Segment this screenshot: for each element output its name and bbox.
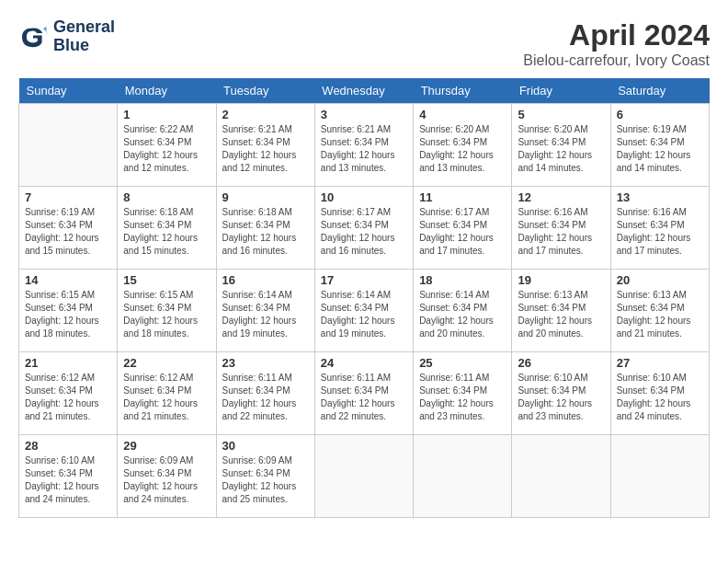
calendar-week-row: 7Sunrise: 6:19 AM Sunset: 6:34 PM Daylig… — [19, 187, 710, 270]
header-monday: Monday — [118, 78, 216, 104]
calendar-cell: 8Sunrise: 6:18 AM Sunset: 6:34 PM Daylig… — [118, 187, 216, 270]
calendar-week-row: 28Sunrise: 6:10 AM Sunset: 6:34 PM Dayli… — [19, 435, 710, 518]
day-info: Sunrise: 6:21 AM Sunset: 6:34 PM Dayligh… — [222, 123, 309, 175]
day-number: 15 — [123, 273, 210, 287]
day-number: 14 — [25, 273, 111, 287]
calendar-cell: 4Sunrise: 6:20 AM Sunset: 6:34 PM Daylig… — [414, 104, 512, 187]
day-number: 3 — [321, 108, 407, 121]
calendar-cell: 21Sunrise: 6:12 AM Sunset: 6:34 PM Dayli… — [19, 352, 118, 435]
calendar-cell — [610, 435, 709, 518]
calendar-cell: 14Sunrise: 6:15 AM Sunset: 6:34 PM Dayli… — [19, 270, 118, 352]
calendar-cell: 23Sunrise: 6:11 AM Sunset: 6:34 PM Dayli… — [216, 352, 314, 435]
header-wednesday: Wednesday — [314, 78, 413, 104]
day-info: Sunrise: 6:12 AM Sunset: 6:34 PM Dayligh… — [25, 372, 111, 423]
day-info: Sunrise: 6:14 AM Sunset: 6:34 PM Dayligh… — [419, 289, 506, 340]
logo-icon — [18, 22, 48, 52]
logo-line1: General — [53, 18, 115, 37]
logo-line2: Blue — [53, 37, 115, 55]
day-number: 16 — [222, 273, 309, 287]
calendar-cell: 3Sunrise: 6:21 AM Sunset: 6:34 PM Daylig… — [314, 104, 413, 187]
day-info: Sunrise: 6:15 AM Sunset: 6:34 PM Dayligh… — [25, 289, 111, 340]
day-number: 11 — [419, 190, 506, 204]
calendar-table: Sunday Monday Tuesday Wednesday Thursday… — [18, 78, 710, 518]
day-info: Sunrise: 6:11 AM Sunset: 6:34 PM Dayligh… — [222, 372, 309, 423]
day-number: 17 — [321, 273, 407, 287]
day-info: Sunrise: 6:16 AM Sunset: 6:34 PM Dayligh… — [617, 206, 703, 258]
calendar-cell — [19, 104, 118, 187]
calendar-cell: 15Sunrise: 6:15 AM Sunset: 6:34 PM Dayli… — [118, 270, 216, 352]
calendar-cell: 25Sunrise: 6:11 AM Sunset: 6:34 PM Dayli… — [414, 352, 512, 435]
day-number: 23 — [222, 356, 309, 370]
logo-text: General Blue — [53, 18, 115, 55]
calendar-cell: 30Sunrise: 6:09 AM Sunset: 6:34 PM Dayli… — [216, 435, 314, 518]
calendar-cell: 24Sunrise: 6:11 AM Sunset: 6:34 PM Dayli… — [314, 352, 413, 435]
day-info: Sunrise: 6:11 AM Sunset: 6:34 PM Dayligh… — [419, 372, 506, 423]
day-info: Sunrise: 6:12 AM Sunset: 6:34 PM Dayligh… — [123, 372, 210, 423]
day-info: Sunrise: 6:10 AM Sunset: 6:34 PM Dayligh… — [25, 454, 111, 506]
calendar-cell: 2Sunrise: 6:21 AM Sunset: 6:34 PM Daylig… — [216, 104, 314, 187]
day-info: Sunrise: 6:19 AM Sunset: 6:34 PM Dayligh… — [617, 123, 703, 175]
calendar-cell — [414, 435, 512, 518]
calendar-cell: 27Sunrise: 6:10 AM Sunset: 6:34 PM Dayli… — [610, 352, 709, 435]
page-header: General Blue April 2024 Bielou-carrefour… — [18, 18, 710, 69]
calendar-cell — [512, 435, 610, 518]
header-saturday: Saturday — [610, 78, 709, 104]
day-number: 21 — [25, 356, 111, 370]
calendar-cell: 5Sunrise: 6:20 AM Sunset: 6:34 PM Daylig… — [512, 104, 610, 187]
day-number: 30 — [222, 439, 309, 453]
calendar-cell: 18Sunrise: 6:14 AM Sunset: 6:34 PM Dayli… — [414, 270, 512, 352]
day-info: Sunrise: 6:18 AM Sunset: 6:34 PM Dayligh… — [123, 206, 210, 258]
day-info: Sunrise: 6:18 AM Sunset: 6:34 PM Dayligh… — [222, 206, 309, 258]
day-number: 27 — [617, 356, 703, 370]
day-info: Sunrise: 6:15 AM Sunset: 6:34 PM Dayligh… — [123, 289, 210, 340]
day-info: Sunrise: 6:16 AM Sunset: 6:34 PM Dayligh… — [518, 206, 604, 258]
calendar-cell: 17Sunrise: 6:14 AM Sunset: 6:34 PM Dayli… — [314, 270, 413, 352]
header-sunday: Sunday — [19, 78, 118, 104]
day-number: 24 — [321, 356, 407, 370]
day-info: Sunrise: 6:14 AM Sunset: 6:34 PM Dayligh… — [222, 289, 309, 340]
day-info: Sunrise: 6:11 AM Sunset: 6:34 PM Dayligh… — [321, 372, 407, 423]
day-number: 19 — [518, 273, 604, 287]
day-number: 18 — [419, 273, 506, 287]
calendar-header-row: Sunday Monday Tuesday Wednesday Thursday… — [19, 78, 710, 104]
calendar-week-row: 21Sunrise: 6:12 AM Sunset: 6:34 PM Dayli… — [19, 352, 710, 435]
month-title: April 2024 — [523, 18, 710, 52]
calendar-cell: 6Sunrise: 6:19 AM Sunset: 6:34 PM Daylig… — [610, 104, 709, 187]
day-number: 20 — [617, 273, 703, 287]
calendar-cell — [314, 435, 413, 518]
calendar-cell: 1Sunrise: 6:22 AM Sunset: 6:34 PM Daylig… — [118, 104, 216, 187]
day-info: Sunrise: 6:09 AM Sunset: 6:34 PM Dayligh… — [123, 454, 210, 506]
header-friday: Friday — [512, 78, 610, 104]
day-number: 2 — [222, 108, 309, 121]
calendar-cell: 11Sunrise: 6:17 AM Sunset: 6:34 PM Dayli… — [414, 187, 512, 270]
header-thursday: Thursday — [414, 78, 512, 104]
day-info: Sunrise: 6:10 AM Sunset: 6:34 PM Dayligh… — [518, 372, 604, 423]
calendar-cell: 12Sunrise: 6:16 AM Sunset: 6:34 PM Dayli… — [512, 187, 610, 270]
day-number: 28 — [25, 439, 111, 453]
day-info: Sunrise: 6:13 AM Sunset: 6:34 PM Dayligh… — [518, 289, 604, 340]
calendar-cell: 20Sunrise: 6:13 AM Sunset: 6:34 PM Dayli… — [610, 270, 709, 352]
day-info: Sunrise: 6:17 AM Sunset: 6:34 PM Dayligh… — [321, 206, 407, 258]
calendar-cell: 13Sunrise: 6:16 AM Sunset: 6:34 PM Dayli… — [610, 187, 709, 270]
logo: General Blue — [18, 18, 115, 55]
day-info: Sunrise: 6:20 AM Sunset: 6:34 PM Dayligh… — [518, 123, 604, 175]
day-info: Sunrise: 6:19 AM Sunset: 6:34 PM Dayligh… — [25, 206, 111, 258]
day-number: 1 — [123, 108, 210, 121]
calendar-cell: 19Sunrise: 6:13 AM Sunset: 6:34 PM Dayli… — [512, 270, 610, 352]
day-number: 22 — [123, 356, 210, 370]
day-info: Sunrise: 6:21 AM Sunset: 6:34 PM Dayligh… — [321, 123, 407, 175]
calendar-cell: 29Sunrise: 6:09 AM Sunset: 6:34 PM Dayli… — [118, 435, 216, 518]
day-number: 13 — [617, 190, 703, 204]
calendar-week-row: 14Sunrise: 6:15 AM Sunset: 6:34 PM Dayli… — [19, 270, 710, 352]
day-info: Sunrise: 6:14 AM Sunset: 6:34 PM Dayligh… — [321, 289, 407, 340]
day-number: 8 — [123, 190, 210, 204]
calendar-cell: 22Sunrise: 6:12 AM Sunset: 6:34 PM Dayli… — [118, 352, 216, 435]
day-number: 25 — [419, 356, 506, 370]
day-number: 10 — [321, 190, 407, 204]
day-number: 29 — [123, 439, 210, 453]
day-number: 26 — [518, 356, 604, 370]
day-number: 4 — [419, 108, 506, 121]
day-info: Sunrise: 6:22 AM Sunset: 6:34 PM Dayligh… — [123, 123, 210, 175]
day-number: 9 — [222, 190, 309, 204]
header-tuesday: Tuesday — [216, 78, 314, 104]
